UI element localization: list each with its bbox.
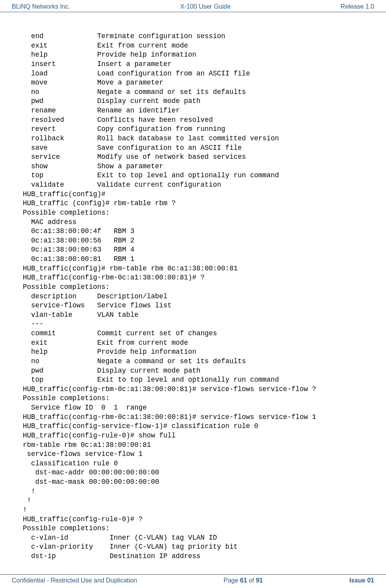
header-title: X-100 User Guide [180, 3, 231, 10]
header-release: Release 1.0 [341, 3, 374, 10]
footer-issue: Issue 01 [349, 577, 374, 584]
terminal-output: end Terminate configuration session exit… [0, 12, 386, 569]
page-header: BLiNQ Networks Inc. X-100 User Guide Rel… [0, 0, 386, 12]
document-page: BLiNQ Networks Inc. X-100 User Guide Rel… [0, 0, 386, 588]
footer-confidential: Confidential - Restricted Use and Duplic… [12, 577, 137, 584]
footer-page-number: Page 61 of 91 [223, 577, 263, 584]
header-company: BLiNQ Networks Inc. [12, 3, 70, 10]
page-footer: Confidential - Restricted Use and Duplic… [0, 574, 386, 588]
